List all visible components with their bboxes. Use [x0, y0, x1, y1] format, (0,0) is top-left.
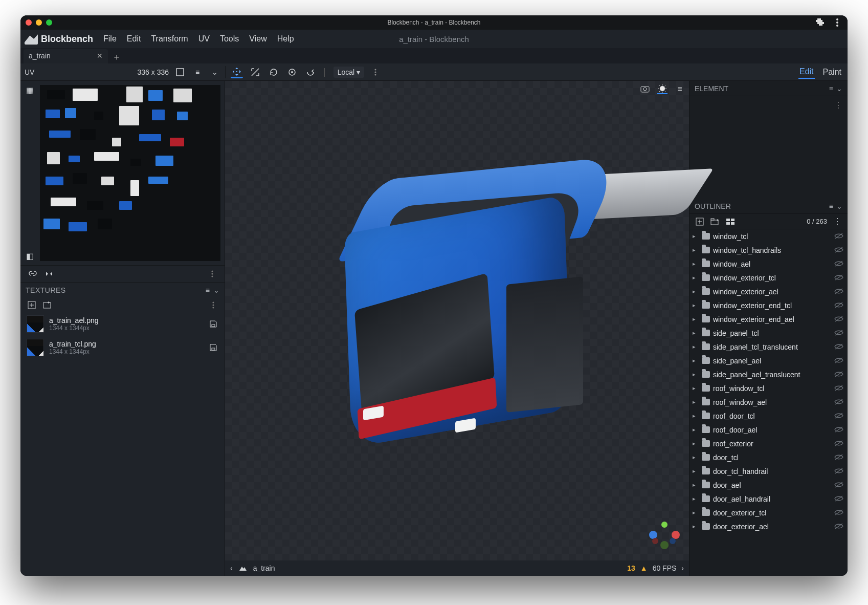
move-tool-icon[interactable]: [231, 66, 243, 78]
chevron-right-icon[interactable]: ▸: [693, 357, 699, 364]
viewport[interactable]: ≡ ‹: [225, 81, 689, 576]
visibility-icon[interactable]: [834, 495, 843, 503]
chevron-right-icon[interactable]: ▸: [693, 316, 699, 322]
warning-icon[interactable]: ▲: [640, 564, 648, 572]
breadcrumb[interactable]: a_train: [253, 564, 275, 572]
outliner-node[interactable]: ▸roof_window_tcl: [689, 381, 848, 395]
status-back-icon[interactable]: ‹: [230, 564, 233, 572]
menu-help[interactable]: Help: [273, 32, 298, 46]
chevron-right-icon[interactable]: ▸: [693, 454, 699, 461]
visibility-icon[interactable]: [834, 329, 843, 337]
toolbar-more-icon[interactable]: [370, 67, 381, 77]
visibility-icon[interactable]: [834, 384, 843, 393]
chevron-right-icon[interactable]: ▸: [693, 343, 699, 350]
chevron-right-icon[interactable]: ▸: [693, 288, 699, 295]
outliner-node[interactable]: ▸door_ael: [689, 478, 848, 492]
outliner-node[interactable]: ▸window_exterior_ael: [689, 285, 848, 298]
chevron-down-icon[interactable]: ⌄: [209, 66, 221, 78]
visibility-icon[interactable]: [834, 412, 843, 420]
outliner-node[interactable]: ▸roof_door_ael: [689, 423, 848, 437]
texture-item[interactable]: a_train_tcl.png 1344 x 1344px: [20, 336, 225, 359]
outliner-node[interactable]: ▸window_exterior_end_tcl: [689, 298, 848, 312]
chevron-right-icon[interactable]: ▸: [693, 233, 699, 240]
axis-neg-y-icon[interactable]: [660, 541, 669, 549]
visibility-icon[interactable]: [834, 453, 843, 462]
menu-edit[interactable]: Edit: [123, 32, 145, 46]
menu-uv[interactable]: UV: [194, 32, 214, 46]
axis-neg-x-icon[interactable]: [652, 538, 658, 544]
chevron-down-icon[interactable]: ⌄: [836, 202, 842, 210]
outliner-node[interactable]: ▸side_panel_tcl: [689, 326, 848, 340]
outliner-node[interactable]: ▸side_panel_ael_translucent: [689, 368, 848, 381]
brand[interactable]: Blockbench: [25, 33, 93, 45]
visibility-icon[interactable]: [834, 467, 843, 476]
rotate-tool-icon[interactable]: [268, 66, 280, 78]
maximize-window-button[interactable]: [46, 19, 52, 26]
outliner-node[interactable]: ▸window_exterior_tcl: [689, 271, 848, 285]
tab-close-icon[interactable]: ✕: [97, 52, 103, 60]
outliner-node[interactable]: ▸side_panel_tcl_translucent: [689, 340, 848, 354]
divider-more-icon[interactable]: [207, 269, 217, 279]
menu-tools[interactable]: Tools: [216, 32, 243, 46]
mirror-icon[interactable]: [44, 269, 54, 279]
chevron-right-icon[interactable]: ▸: [693, 261, 699, 267]
outliner-node[interactable]: ▸door_tcl_handrail: [689, 464, 848, 478]
chevron-right-icon[interactable]: ▸: [693, 495, 699, 502]
outliner-more-icon[interactable]: ⋮: [832, 217, 842, 227]
add-group-icon[interactable]: [710, 217, 720, 227]
axis-y-icon[interactable]: [660, 521, 669, 529]
visibility-icon[interactable]: [834, 246, 843, 254]
textures-more-icon[interactable]: [208, 300, 218, 310]
minimize-window-button[interactable]: [36, 19, 42, 26]
visibility-icon[interactable]: [834, 481, 843, 489]
chevron-right-icon[interactable]: ▸: [693, 482, 699, 488]
visibility-icon[interactable]: [834, 398, 843, 406]
outliner-node[interactable]: ▸roof_window_ael: [689, 395, 848, 409]
visibility-icon[interactable]: [834, 371, 843, 379]
status-forward-icon[interactable]: ›: [681, 564, 684, 572]
uv-editor[interactable]: ▦ ◧: [20, 81, 225, 265]
uv-canvas[interactable]: [40, 85, 220, 261]
chevron-right-icon[interactable]: ▸: [693, 440, 699, 447]
uv-tool-icon[interactable]: ◧: [25, 251, 35, 261]
chevron-right-icon[interactable]: ▸: [693, 523, 699, 530]
save-texture-icon[interactable]: [208, 319, 218, 329]
visibility-icon[interactable]: [834, 288, 843, 296]
chevron-right-icon[interactable]: ▸: [693, 426, 699, 433]
outliner-node[interactable]: ▸window_tcl_handrails: [689, 243, 848, 257]
visibility-icon[interactable]: [834, 301, 843, 310]
orientation-gizmo[interactable]: [649, 521, 680, 551]
outliner-node[interactable]: ▸window_exterior_end_ael: [689, 312, 848, 326]
visibility-icon[interactable]: [834, 232, 843, 241]
gizmo-space-dropdown[interactable]: Local ▾: [333, 67, 364, 78]
chevron-right-icon[interactable]: ▸: [693, 247, 699, 253]
visibility-icon[interactable]: [834, 440, 843, 448]
chevron-right-icon[interactable]: ▸: [693, 509, 699, 516]
tab-a-train[interactable]: a_train ✕: [24, 49, 108, 63]
chevron-right-icon[interactable]: ▸: [693, 330, 699, 336]
add-cube-icon[interactable]: [695, 217, 705, 227]
tab-add-button[interactable]: ＋: [110, 50, 123, 63]
panel-options-icon[interactable]: ≡: [206, 286, 210, 294]
panel-options-icon[interactable]: ≡: [829, 84, 833, 93]
chevron-right-icon[interactable]: ▸: [693, 385, 699, 392]
chevron-right-icon[interactable]: ▸: [693, 302, 699, 309]
close-window-button[interactable]: [26, 19, 32, 26]
uv-options-icon[interactable]: ≡: [191, 66, 204, 78]
shading-icon[interactable]: [657, 84, 667, 94]
mode-edit[interactable]: Edit: [798, 66, 815, 79]
outliner-node[interactable]: ▸window_tcl: [689, 229, 848, 243]
mode-paint[interactable]: Paint: [822, 66, 842, 78]
outliner-node[interactable]: ▸door_exterior_tcl: [689, 506, 848, 520]
outliner-node[interactable]: ▸window_ael: [689, 257, 848, 271]
screenshot-icon[interactable]: [640, 84, 650, 94]
visibility-icon[interactable]: [834, 343, 843, 351]
overflow-menu-icon[interactable]: [832, 17, 842, 28]
uv-fullscreen-icon[interactable]: [174, 66, 186, 78]
chevron-right-icon[interactable]: ▸: [693, 371, 699, 378]
visibility-icon[interactable]: [834, 274, 843, 282]
outliner-node[interactable]: ▸side_panel_ael: [689, 354, 848, 368]
outliner-node[interactable]: ▸door_tcl: [689, 450, 848, 464]
menu-file[interactable]: File: [99, 32, 121, 46]
outliner-node[interactable]: ▸roof_exterior: [689, 437, 848, 450]
